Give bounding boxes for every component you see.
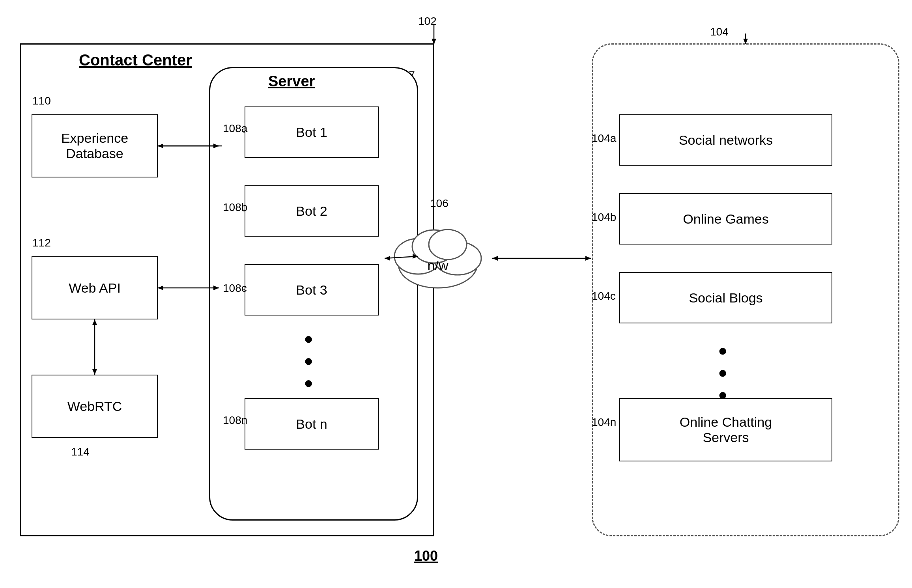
bot2-box: Bot 2: [245, 185, 379, 237]
ref-104c: 104c: [592, 290, 616, 302]
ref-108n: 108n: [223, 414, 247, 427]
social-ellipsis: ●●●: [718, 339, 727, 405]
bot1-box: Bot 1: [245, 106, 379, 158]
ref-104a: 104a: [592, 132, 616, 145]
social-networks-label: Social networks: [679, 133, 773, 148]
figure-number: 100: [414, 548, 438, 564]
webrtc-label: WebRTC: [67, 399, 122, 414]
ref-114: 114: [71, 446, 90, 458]
server-title: Server: [268, 73, 315, 90]
svg-text:n/w: n/w: [428, 258, 449, 273]
bot2-label: Bot 2: [296, 203, 327, 219]
ref-104: 104: [710, 26, 729, 38]
bot3-box: Bot 3: [245, 264, 379, 315]
ref-108b: 108b: [223, 201, 247, 214]
exp-db-label: Experience Database: [61, 131, 128, 161]
contact-center-title: Contact Center: [79, 51, 192, 69]
webapi-label: Web API: [69, 280, 121, 296]
ref-112: 112: [32, 237, 51, 249]
svg-marker-24: [585, 256, 591, 261]
svg-marker-25: [492, 256, 498, 261]
ref-102: 102: [418, 15, 437, 28]
cloud-svg: n/w: [383, 213, 493, 300]
diagram: 102 Contact Center 107 Server Bot 1 Bot …: [0, 0, 912, 588]
social-blogs-box: Social Blogs: [619, 272, 832, 323]
bots-ellipsis: ●●●: [304, 327, 313, 394]
webapi-box: Web API: [32, 256, 158, 319]
online-games-label: Online Games: [683, 211, 768, 227]
online-games-box: Online Games: [619, 193, 832, 245]
bot1-label: Bot 1: [296, 125, 327, 140]
social-blogs-label: Social Blogs: [689, 290, 762, 306]
exp-db-box: Experience Database: [32, 114, 158, 177]
ref-104b: 104b: [592, 211, 616, 224]
ref-110: 110: [32, 95, 51, 107]
online-chatting-box: Online Chatting Servers: [619, 398, 832, 461]
botn-label: Bot n: [296, 416, 327, 432]
social-networks-box: Social networks: [619, 114, 832, 166]
online-chatting-label: Online Chatting Servers: [680, 414, 772, 445]
ref-108c: 108c: [223, 282, 247, 295]
webrtc-box: WebRTC: [32, 375, 158, 438]
ref-104n: 104n: [592, 416, 616, 429]
botn-box: Bot n: [245, 398, 379, 450]
svg-point-4: [429, 230, 467, 259]
ref-108a: 108a: [223, 122, 247, 135]
ref-106: 106: [430, 197, 449, 210]
bot3-label: Bot 3: [296, 282, 327, 298]
